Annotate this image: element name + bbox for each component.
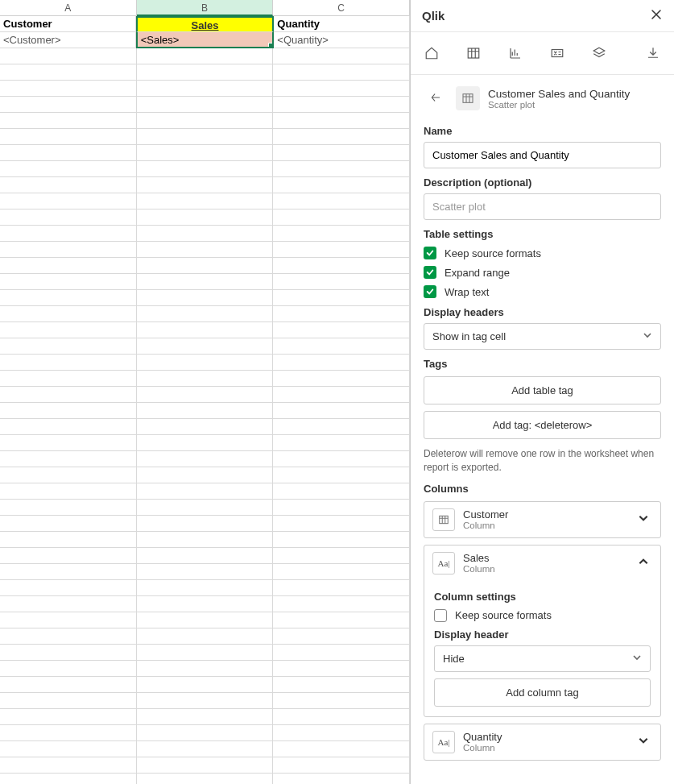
panel-title: Qlik [422, 9, 445, 23]
column-card-customer: Customer Column [424, 501, 661, 538]
svg-rect-0 [468, 48, 479, 58]
table-icon[interactable] [453, 39, 494, 68]
side-panel: Qlik [411, 0, 674, 784]
cell-c1[interactable]: Quantity [274, 16, 410, 32]
empty-row [0, 113, 410, 129]
wrap-text-label: Wrap text [445, 286, 489, 298]
column-card-quantity: Aa| Quantity Column [424, 724, 661, 761]
keep-source-formats-checkbox[interactable] [424, 247, 436, 259]
col-header-c[interactable]: C [273, 0, 410, 16]
empty-row [0, 129, 410, 145]
wrap-text-row: Wrap text [424, 285, 661, 298]
col-keep-source-checkbox[interactable] [434, 609, 447, 622]
empty-row [0, 242, 410, 258]
svg-rect-2 [463, 94, 473, 103]
display-headers-value: Show in tag cell [432, 330, 506, 342]
empty-row [0, 757, 410, 774]
empty-row [0, 532, 410, 548]
column-name: Quantity [463, 731, 626, 743]
column-sub: Column [463, 743, 626, 753]
empty-row [0, 516, 410, 532]
table-settings-label: Table settings [424, 228, 661, 240]
cell-a2[interactable]: <Customer> [0, 32, 136, 48]
empty-row [0, 467, 410, 483]
col-keep-source-row: Keep source formats [434, 609, 651, 622]
column-settings-label: Column settings [434, 591, 651, 603]
close-icon[interactable] [650, 8, 663, 23]
grid-body[interactable]: Customer Sales Quantity <Customer> <Sale… [0, 16, 410, 784]
add-column-tag-button[interactable]: Add column tag [434, 678, 651, 707]
description-input[interactable] [424, 193, 661, 220]
empty-row [0, 451, 410, 467]
empty-row [0, 226, 410, 242]
empty-row [0, 193, 410, 209]
empty-row [0, 97, 410, 113]
empty-row [0, 161, 410, 177]
data-row: <Customer> <Sales> <Quantity> [0, 32, 410, 48]
keep-source-formats-label: Keep source formats [445, 247, 541, 259]
back-arrow-icon[interactable] [424, 87, 448, 110]
column-name: Customer [463, 508, 626, 521]
column-settings-panel: Column settings Keep source formats Disp… [424, 581, 660, 716]
empty-row [0, 548, 410, 564]
empty-row [0, 709, 410, 725]
empty-row [0, 774, 410, 784]
cell-a1[interactable]: Customer [0, 16, 136, 32]
deleterow-hint: Deleterow will remove one row in the wor… [424, 447, 661, 475]
text-icon: Aa| [432, 731, 455, 753]
chevron-down-icon [635, 512, 652, 526]
variable-icon[interactable] [536, 39, 578, 68]
home-icon[interactable] [411, 39, 453, 68]
display-headers-label: Display headers [424, 306, 661, 318]
empty-row [0, 64, 410, 81]
columns-label: Columns [424, 483, 661, 495]
display-header-select[interactable]: Hide [434, 645, 651, 672]
cell-b1[interactable]: Sales [136, 16, 275, 32]
name-input[interactable] [424, 142, 661, 168]
empty-row [0, 177, 410, 193]
panel-header: Qlik [411, 0, 674, 32]
empty-row [0, 500, 410, 516]
empty-row [0, 290, 410, 306]
chart-type-label: Scatter plot [488, 100, 630, 110]
empty-row [0, 564, 410, 580]
column-header-quantity[interactable]: Aa| Quantity Column [424, 724, 660, 760]
display-headers-select[interactable]: Show in tag cell [424, 323, 661, 350]
spreadsheet-pane: A B C Customer Sales Quantity <Customer>… [0, 0, 411, 784]
cell-c2[interactable]: <Quantity> [274, 32, 410, 48]
empty-row [0, 306, 410, 322]
empty-row [0, 403, 410, 419]
column-header-customer[interactable]: Customer Column [424, 502, 660, 537]
svg-rect-3 [440, 516, 449, 523]
empty-row [0, 612, 410, 628]
chart-type-icon [456, 86, 480, 110]
wrap-text-checkbox[interactable] [424, 285, 436, 298]
expand-range-checkbox[interactable] [424, 266, 436, 279]
empty-row [0, 145, 410, 161]
column-header-row: A B C [0, 0, 410, 16]
empty-row [0, 580, 410, 596]
column-name: Sales [463, 552, 626, 564]
add-deleterow-tag-button[interactable]: Add tag: <deleterow> [424, 411, 661, 439]
empty-row [0, 596, 410, 612]
display-header-label: Display header [434, 628, 651, 641]
column-header-sales[interactable]: Aa| Sales Column [424, 545, 660, 581]
chart-icon[interactable] [494, 39, 536, 68]
chevron-up-icon [635, 556, 652, 570]
empty-row [0, 725, 410, 741]
col-header-a[interactable]: A [0, 0, 137, 16]
cell-b2-selected[interactable]: <Sales> [136, 32, 275, 48]
empty-row [0, 387, 410, 403]
download-icon[interactable] [632, 39, 674, 68]
col-header-b[interactable]: B [137, 0, 274, 16]
layers-icon[interactable] [578, 39, 620, 68]
empty-row [0, 693, 410, 709]
column-sub: Column [463, 564, 626, 574]
expand-range-label: Expand range [445, 267, 510, 279]
chart-name: Customer Sales and Quantity [488, 88, 630, 100]
empty-row [0, 435, 410, 451]
add-table-tag-button[interactable]: Add table tag [424, 376, 661, 404]
empty-row [0, 419, 410, 435]
empty-row [0, 371, 410, 387]
chevron-down-icon [643, 330, 652, 342]
